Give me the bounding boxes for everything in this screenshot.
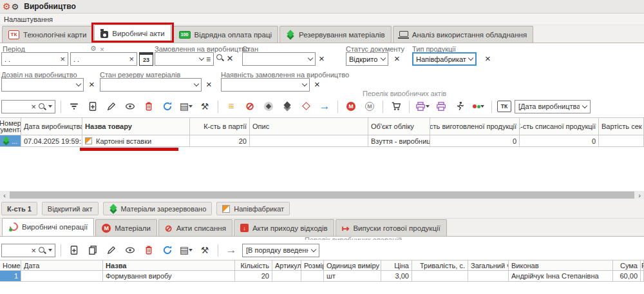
materials-gray-button[interactable]: M — [362, 99, 377, 114]
cell-performer[interactable]: Андрійчук Інна Степанівна — [509, 271, 613, 282]
report-button[interactable]: ▤ — [178, 242, 194, 258]
cell-article[interactable] — [272, 271, 301, 282]
cell-accounting-object[interactable]: Взуття - виробниц... — [368, 135, 430, 147]
col-name[interactable]: Назва — [103, 260, 235, 271]
add-button[interactable] — [66, 242, 82, 258]
col-unit[interactable]: Одиниця виміру — [324, 260, 381, 271]
order-availability-clear[interactable]: × — [314, 79, 320, 89]
search-scope-caret-icon[interactable] — [48, 105, 52, 108]
circle-layers-button[interactable] — [261, 99, 276, 114]
tab-production-acts[interactable]: Виробничі акти — [94, 24, 171, 43]
cell-duration[interactable] — [412, 271, 468, 282]
tab-equipment-analysis[interactable]: Аналіз використання обладнання — [393, 26, 533, 43]
horizontal-scrollbar[interactable]: ‹ › — [0, 191, 644, 199]
cell-number[interactable]: 1 — [0, 271, 21, 282]
col-batch-qty[interactable]: К-сть в партії — [190, 117, 250, 135]
search-icon[interactable] — [216, 54, 223, 61]
product-type-combo[interactable]: Напівфабрикат — [412, 52, 477, 66]
col-doc-number[interactable]: Номер кумента — [0, 117, 21, 135]
cancel-act-button[interactable]: ⊘ — [242, 99, 258, 114]
col-cost[interactable]: Вартість сек — [599, 117, 644, 135]
col-price[interactable]: Ціна — [381, 260, 412, 271]
doc-status-clear[interactable]: × — [394, 54, 400, 63]
add-button[interactable] — [85, 99, 100, 114]
ops-sort-combo[interactable]: [В порядку введення] — [242, 244, 319, 257]
unreserve-button[interactable] — [298, 99, 314, 114]
tab-finished-goods-releases[interactable]: ↦ Випуски готової продукції — [336, 219, 447, 236]
copy-button[interactable] — [85, 242, 100, 258]
tab-piecework-pay[interactable]: 100 Відрядна оплата праці — [173, 26, 278, 43]
clear-icon[interactable]: × — [31, 103, 36, 111]
scroll-right-icon[interactable]: › — [635, 191, 644, 199]
print-preview-button[interactable] — [433, 99, 449, 114]
acts-data-row[interactable]: ... 07.04.2025 19:59:17 Картонні вставки… — [0, 135, 644, 147]
refresh-button[interactable] — [160, 242, 175, 258]
cell-unit[interactable]: шт — [324, 271, 381, 282]
state-combo[interactable] — [242, 52, 316, 66]
refresh-button[interactable] — [160, 99, 175, 114]
materials-red-button[interactable]: M — [343, 99, 359, 114]
view-button[interactable] — [122, 242, 138, 258]
cell-description[interactable] — [250, 135, 368, 147]
col-description[interactable]: Опис — [250, 117, 368, 135]
tab-materials[interactable]: M Матеріали — [95, 219, 157, 236]
menu-settings[interactable]: Налаштування — [4, 15, 53, 23]
view-button[interactable] — [122, 99, 138, 114]
tools-button[interactable]: ⚒ — [197, 242, 213, 258]
col-duration[interactable]: Тривалість, с. — [412, 260, 468, 271]
chevron-down-icon[interactable] — [582, 103, 587, 108]
cell-batch-qty[interactable]: 20 — [190, 135, 250, 147]
reserve-state-clear[interactable]: × — [206, 79, 212, 89]
list-picker-icon[interactable]: ≡ — [206, 55, 211, 63]
chevron-down-icon[interactable] — [194, 81, 199, 86]
move-button[interactable]: → — [223, 242, 239, 258]
tab-material-reservation[interactable]: Резервування матеріалів — [279, 26, 392, 43]
clear-icon[interactable]: × — [60, 55, 65, 63]
col-date[interactable]: Дата виробництва — [21, 117, 82, 135]
cell-name[interactable]: Формування виробу — [103, 271, 235, 282]
period-to-field[interactable]: . . × — [70, 52, 137, 66]
delete-button[interactable] — [141, 242, 156, 258]
cell-size[interactable] — [301, 271, 324, 282]
search-scope-caret-icon[interactable] — [48, 249, 52, 251]
cell-date[interactable] — [21, 271, 103, 282]
col-total-time[interactable]: Загальний час — [468, 260, 509, 271]
edit-button[interactable] — [104, 99, 119, 114]
col-qty[interactable]: Кількість — [235, 260, 272, 271]
tab-write-off-acts[interactable]: ⊘ Акти списання — [158, 219, 232, 236]
cell-qty[interactable]: 20 — [235, 271, 272, 282]
col-written-off-qty[interactable]: К-сть списаної продукції — [520, 117, 599, 135]
ops-search-input[interactable]: × — [1, 244, 55, 257]
col-size[interactable]: Розмір — [301, 260, 324, 271]
production-permit-clear[interactable]: × — [89, 79, 95, 89]
production-order-clear[interactable]: × — [227, 53, 233, 64]
cell-product[interactable]: Картонні вставки — [82, 135, 190, 147]
run-button[interactable] — [452, 99, 468, 114]
col-clipped[interactable]: Ро — [641, 260, 644, 271]
acts-sort-combo[interactable]: [Дата виробництва] (пр — [515, 100, 591, 113]
chevron-down-icon[interactable] — [468, 55, 473, 61]
row-selector-cell[interactable]: ... — [0, 135, 21, 147]
chevron-down-icon[interactable] — [76, 81, 81, 86]
clear-icon[interactable]: × — [129, 55, 134, 63]
chevron-down-icon[interactable] — [199, 55, 204, 61]
col-produced-qty[interactable]: К-сть виготовленої продукції — [430, 117, 520, 135]
acts-search-input[interactable]: × — [1, 100, 55, 113]
forward-button[interactable]: → — [317, 99, 332, 114]
report-button[interactable]: ▤ — [178, 99, 194, 114]
doc-status-combo[interactable]: Відкрито — [346, 52, 388, 66]
tab-waste-receipt-acts[interactable]: ↓ Акти приходу відходів — [234, 219, 334, 236]
period-from-field[interactable]: . . × — [1, 52, 68, 66]
print-button[interactable] — [415, 99, 430, 114]
chevron-down-icon[interactable] — [311, 246, 316, 251]
col-sum[interactable]: Сума — [613, 260, 641, 271]
col-number[interactable]: Номер — [0, 260, 21, 271]
tab-tech-cards[interactable]: ТК Технологічні карти — [2, 26, 93, 43]
state-clear[interactable]: × — [319, 54, 325, 63]
col-article[interactable]: Артикул — [272, 260, 301, 271]
delete-button[interactable] — [141, 99, 156, 114]
scrollbar-thumb[interactable] — [10, 191, 634, 199]
cell-clipped[interactable] — [641, 271, 644, 282]
col-date[interactable]: Дата — [21, 260, 103, 271]
cell-date[interactable]: 07.04.2025 19:59:17 — [21, 135, 82, 147]
